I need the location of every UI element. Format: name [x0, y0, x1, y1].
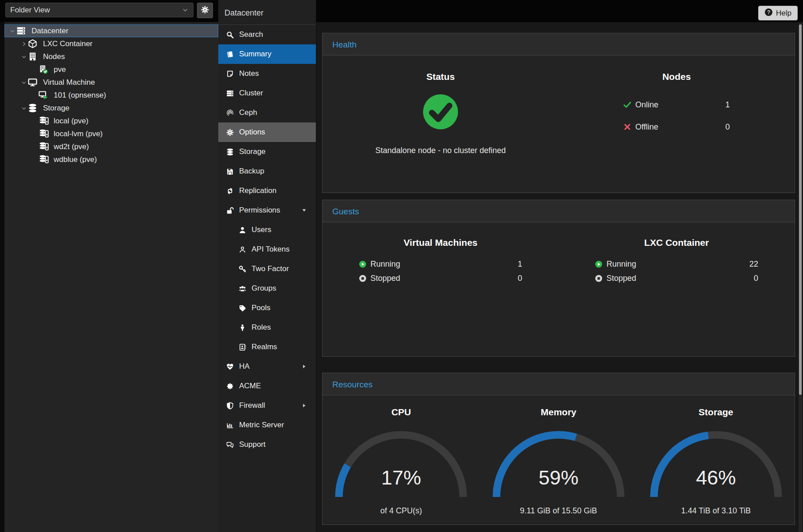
- note-icon: [225, 70, 234, 78]
- guest-status-label: Running: [370, 260, 400, 269]
- guest-status-label: Stopped: [370, 274, 400, 283]
- guests-panel: Guests Virtual MachinesRunning1Stopped0L…: [322, 200, 795, 357]
- scrollbar-thumb[interactable]: [799, 24, 802, 395]
- view-mode-select[interactable]: Folder View: [5, 3, 193, 17]
- menu-item-two-factor[interactable]: Two Factor: [218, 259, 316, 279]
- menu-item-users[interactable]: Users: [218, 220, 316, 240]
- menu-item-label: Cluster: [239, 89, 263, 98]
- sync-icon: [225, 187, 234, 195]
- tree-item-virtual-machine[interactable]: Virtual Machine: [4, 76, 218, 89]
- menu-item-api-tokens[interactable]: API Tokens: [218, 240, 316, 259]
- resource-tree: DatacenterLXC ContainerNodespveVirtual M…: [4, 24, 218, 166]
- chevron-down-icon[interactable]: [8, 28, 16, 34]
- gauge-percent: 59%: [492, 466, 625, 489]
- help-button[interactable]: ? Help: [758, 6, 798, 20]
- status-ok-icon: [323, 94, 559, 130]
- tree-item-storage[interactable]: Storage: [4, 102, 218, 114]
- building-check-icon: [39, 65, 52, 74]
- menu-item-replication[interactable]: Replication: [218, 181, 316, 201]
- server-stack-icon: [225, 90, 234, 97]
- tree-item-label: Nodes: [43, 52, 65, 61]
- server-stack-icon: [16, 26, 30, 35]
- tree-settings-button[interactable]: [197, 3, 213, 18]
- menu-item-backup[interactable]: Backup: [218, 162, 316, 181]
- menu-item-options[interactable]: Options: [218, 122, 316, 142]
- chevron-down-icon[interactable]: [20, 54, 28, 60]
- menu-item-ha[interactable]: HA: [218, 357, 316, 376]
- menu-item-groups[interactable]: Groups: [218, 279, 316, 298]
- menu-item-summary[interactable]: Summary: [218, 44, 316, 64]
- guests-column-lxc-container: LXC ContainerRunning22Stopped0: [559, 222, 795, 285]
- gauge-arc: 46%: [649, 429, 783, 502]
- menu-item-label: ACME: [239, 382, 261, 390]
- menu-item-ceph[interactable]: Ceph: [218, 103, 316, 122]
- collapse-triangle-icon[interactable]: [301, 208, 307, 213]
- resource-gauge-memory: Memory59%9.11 GiB of 15.50 GiB: [480, 395, 638, 516]
- node-status-row-online: Online1: [623, 94, 730, 116]
- menu-item-metric-server[interactable]: Metric Server: [218, 415, 316, 435]
- chevron-right-icon[interactable]: [20, 41, 28, 47]
- guests-column-heading: Virtual Machines: [323, 237, 559, 248]
- tree-item-101-opnsense[interactable]: 101 (opnsense): [4, 89, 218, 102]
- node-status-row-offline: Offline0: [623, 116, 730, 138]
- resources-panel: Resources CPU17%of 4 CPU(s)Memory59%9.11…: [322, 373, 795, 525]
- tree-item-local-lvm-pve[interactable]: local-lvm (pve): [4, 127, 218, 140]
- guests-status-list: Running1Stopped0: [359, 257, 522, 285]
- guest-status-row-running: Running1: [359, 257, 522, 271]
- tree-item-pve[interactable]: pve: [4, 63, 218, 76]
- menu-item-support[interactable]: Support: [218, 435, 316, 454]
- question-circle-icon: ?: [764, 8, 773, 19]
- menu-item-label: Two Factor: [252, 264, 289, 273]
- db-drive-icon: [39, 116, 52, 126]
- guest-status-row-stopped: Stopped0: [595, 271, 758, 285]
- guest-status-value: 22: [749, 260, 758, 269]
- menu-item-roles[interactable]: Roles: [218, 318, 316, 337]
- menu-item-label: Backup: [239, 167, 264, 176]
- menu-item-storage[interactable]: Storage: [218, 142, 316, 162]
- tree-item-label: Datacenter: [31, 27, 68, 35]
- db-drive-icon: [39, 142, 52, 151]
- shield-icon: [225, 402, 234, 410]
- expand-triangle-icon[interactable]: [301, 364, 307, 370]
- menu-item-acme[interactable]: ACME: [218, 376, 316, 396]
- menu-item-notes[interactable]: Notes: [218, 64, 316, 83]
- tree-item-wdblue-pve[interactable]: wdblue (pve): [4, 153, 218, 166]
- expand-triangle-icon[interactable]: [301, 403, 307, 409]
- guests-status-list: Running22Stopped0: [595, 257, 758, 285]
- menu-item-realms[interactable]: Realms: [218, 337, 316, 357]
- node-status-label: Offline: [635, 122, 658, 132]
- content-area: Health Status Standalone node - no clust…: [316, 22, 803, 532]
- gauge-detail: 1.44 TiB of 3.10 TiB: [681, 506, 751, 516]
- building-icon: [28, 52, 41, 61]
- tree-item-datacenter[interactable]: Datacenter: [4, 24, 218, 37]
- tree-item-nodes[interactable]: Nodes: [4, 50, 218, 63]
- tree-item-label: wdblue (pve): [54, 155, 97, 164]
- menu-item-pools[interactable]: Pools: [218, 298, 316, 318]
- stop-circle-icon: [359, 275, 366, 282]
- resources-panel-title: Resources: [323, 373, 795, 395]
- tree-item-wd2t-pve[interactable]: wd2t (pve): [4, 140, 218, 153]
- menu-item-label: Replication: [239, 186, 276, 195]
- person-icon: [238, 324, 247, 331]
- gauge-percent: 46%: [649, 466, 783, 489]
- cross-icon: [623, 123, 631, 131]
- menu-item-firewall[interactable]: Firewall: [218, 396, 316, 415]
- tree-item-lxc-container[interactable]: LXC Container: [4, 37, 218, 50]
- guest-status-row-running: Running22: [595, 257, 758, 271]
- menu-item-search[interactable]: Search: [218, 25, 316, 44]
- chevron-down-icon[interactable]: [20, 105, 28, 111]
- tree-item-local-pve[interactable]: local (pve): [4, 114, 218, 127]
- nodes-status-column: Nodes Online1Offline0: [559, 55, 795, 155]
- user-o-icon: [238, 246, 247, 253]
- guests-body: Virtual MachinesRunning1Stopped0LXC Cont…: [323, 222, 795, 285]
- menu-item-permissions[interactable]: Permissions: [218, 201, 316, 220]
- menu-item-cluster[interactable]: Cluster: [218, 83, 316, 103]
- menu-item-label: Firewall: [239, 401, 265, 410]
- database-icon: [225, 148, 234, 156]
- gauge-percent: 17%: [335, 466, 468, 489]
- chevron-down-icon[interactable]: [20, 79, 28, 86]
- health-panel: Health Status Standalone node - no clust…: [322, 33, 795, 193]
- menu-item-label: Notes: [239, 69, 259, 78]
- menu-item-label: Roles: [252, 323, 271, 332]
- vertical-scrollbar[interactable]: [799, 23, 802, 532]
